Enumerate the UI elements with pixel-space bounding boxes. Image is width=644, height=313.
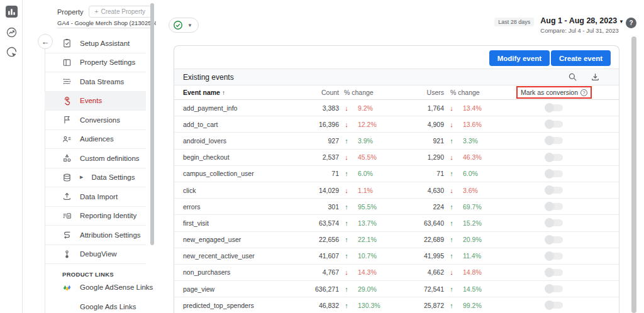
analytics-icon[interactable] (6, 6, 18, 18)
sidebar-item-custom-definitions[interactable]: Custom definitions (45, 149, 146, 168)
mark-as-conversion-toggle[interactable] (546, 203, 563, 210)
circle-cursor-icon[interactable] (6, 47, 18, 58)
column-header-count-change[interactable]: % change (339, 89, 398, 96)
users-cell: 22,689 (398, 236, 444, 243)
arrow-up-icon: ↑ (339, 302, 354, 309)
mark-as-conversion-toggle[interactable] (546, 187, 563, 194)
arrow-up-icon: ↑ (444, 236, 459, 243)
modify-event-button[interactable]: Modify event (489, 50, 550, 66)
back-button[interactable]: ← (38, 34, 53, 49)
data-streams-icon (62, 77, 72, 86)
users-change-cell: 13.6% (459, 121, 503, 128)
mark-as-conversion-toggle[interactable] (546, 121, 563, 128)
chevron-down-icon: ▼ (187, 23, 192, 28)
column-header-users-change[interactable]: % change (444, 89, 503, 96)
column-header-users[interactable]: Users (398, 89, 444, 96)
help-circle-icon[interactable]: ? (580, 89, 587, 96)
date-compare-label: Compare: Jul 4 - Jul 31, 2023 (540, 27, 624, 34)
users-cell: 71 (398, 170, 444, 177)
sidebar-item-data-import[interactable]: Data Import (45, 187, 146, 207)
arrow-down-icon: ↓ (444, 121, 459, 128)
date-range-picker[interactable]: Last 28 days Aug 1 - Aug 28, 2023▼ Compa… (494, 16, 624, 34)
property-settings-icon (62, 58, 72, 67)
mark-as-conversion-toggle[interactable] (546, 285, 563, 292)
sidebar-item-reporting-identity[interactable]: Reporting Identity (45, 207, 146, 226)
users-cell: 41,995 (398, 252, 444, 260)
existing-events-card: Modify event Create event Existing event… (174, 45, 619, 313)
count-change-cell: 1.1% (354, 187, 398, 194)
circle-trend-icon[interactable] (6, 26, 18, 38)
reporting-identity-icon (62, 211, 72, 221)
sidebar-item-attribution-settings[interactable]: Attribution Settings (45, 226, 146, 245)
column-header-count[interactable]: Count (313, 89, 339, 96)
arrow-up-icon: ↑ (339, 203, 354, 211)
users-cell: 1,764 (398, 104, 444, 112)
mark-as-conversion-toggle[interactable] (546, 170, 563, 177)
sidebar-item-data-streams[interactable]: Data Streams (45, 72, 146, 92)
users-change-cell: 99.2% (459, 302, 503, 309)
users-change-cell: 14.8% (459, 268, 503, 276)
main-scrollbar[interactable] (631, 36, 636, 313)
help-icon[interactable]: ? (626, 18, 636, 28)
mark-as-conversion-toggle[interactable] (546, 302, 563, 309)
download-icon[interactable] (591, 72, 600, 82)
mark-as-conversion-toggle[interactable] (546, 104, 563, 111)
sidebar-item-events[interactable]: Events (45, 92, 146, 111)
arrow-up-icon: ↑ (339, 252, 354, 260)
data-status-pill[interactable]: ▼ (169, 18, 199, 33)
arrow-down-icon: ↓ (339, 104, 354, 112)
sidebar-item-debugview[interactable]: DebugView (45, 245, 146, 265)
count-change-cell: 10.7% (354, 252, 398, 260)
table-titlebar: Existing events (174, 69, 619, 85)
sidebar-item-audiences[interactable]: Audiences (45, 130, 146, 150)
table-row: page_view 636,271 ↑ 29.0% 72,541 ↑ 14.5% (174, 281, 619, 297)
users-change-cell: 11.4% (459, 252, 503, 260)
column-header-event-name[interactable]: Event name↑ (174, 89, 313, 96)
sidebar-item-conversions[interactable]: Conversions (45, 111, 146, 130)
product-links-header: PRODUCT LINKS (45, 264, 146, 278)
arrow-down-icon: ↓ (339, 268, 354, 276)
event-name-cell: errors (174, 203, 313, 211)
event-name-cell: non_purchasers (174, 268, 313, 276)
create-property-button[interactable]: +Create Property (89, 6, 152, 18)
conversions-icon (62, 115, 72, 124)
users-cell: 921 (398, 137, 444, 145)
create-event-button[interactable]: Create event (551, 50, 611, 66)
users-cell: 224 (398, 203, 444, 211)
mark-as-conversion-toggle[interactable] (546, 236, 563, 243)
sidebar-item-google-ads-links[interactable]: Google Ads Links (45, 297, 146, 313)
sidebar-scrollbar[interactable] (150, 3, 154, 245)
table-header-row: Event name↑ Count % change Users % chang… (174, 85, 619, 100)
arrow-up-icon: ↑ (339, 137, 354, 145)
sidebar-item-data-settings[interactable]: ▶ Data Settings (45, 168, 146, 188)
arrow-up-icon: ↑ (444, 170, 459, 177)
data-settings-icon (62, 173, 72, 182)
mark-as-conversion-toggle[interactable] (546, 154, 563, 161)
arrow-up-icon: ↑ (339, 285, 354, 293)
users-change-cell: 14.5% (459, 285, 503, 293)
property-selector[interactable]: GA4 - Google Merch Shop (213025502) (57, 19, 163, 26)
mark-as-conversion-toggle[interactable] (546, 269, 563, 276)
sidebar-item-adsense-links[interactable]: Google AdSense Links (45, 278, 146, 297)
count-cell: 4,767 (313, 268, 339, 276)
mark-as-conversion-toggle[interactable] (546, 137, 563, 144)
sidebar-item-setup-assistant[interactable]: Setup Assistant (45, 34, 146, 53)
users-change-cell: 20.9% (459, 236, 503, 243)
mark-as-conversion-toggle[interactable] (546, 219, 563, 226)
audiences-icon (62, 135, 72, 144)
event-name-cell: begin_checkout (174, 153, 313, 161)
arrow-up-icon: ↑ (444, 203, 459, 211)
event-name-cell: new_engaged_user (174, 236, 313, 243)
sidebar-item-property-settings[interactable]: Property Settings (45, 53, 146, 73)
count-cell: 3,383 (313, 104, 339, 112)
adsense-icon (62, 283, 72, 292)
main-content: ▼ Last 28 days Aug 1 - Aug 28, 2023▼ Com… (156, 0, 644, 313)
back-arrow-icon: ← (42, 37, 50, 47)
search-icon[interactable] (568, 72, 577, 82)
custom-definitions-icon (62, 153, 72, 163)
arrow-down-icon: ↓ (444, 268, 459, 276)
mark-as-conversion-toggle[interactable] (546, 253, 563, 260)
property-underline (57, 28, 150, 28)
arrow-down-icon: ↓ (444, 153, 459, 161)
table-row: add_payment_info 3,383 ↓ 9.2% 1,764 ↓ 13… (174, 100, 619, 116)
